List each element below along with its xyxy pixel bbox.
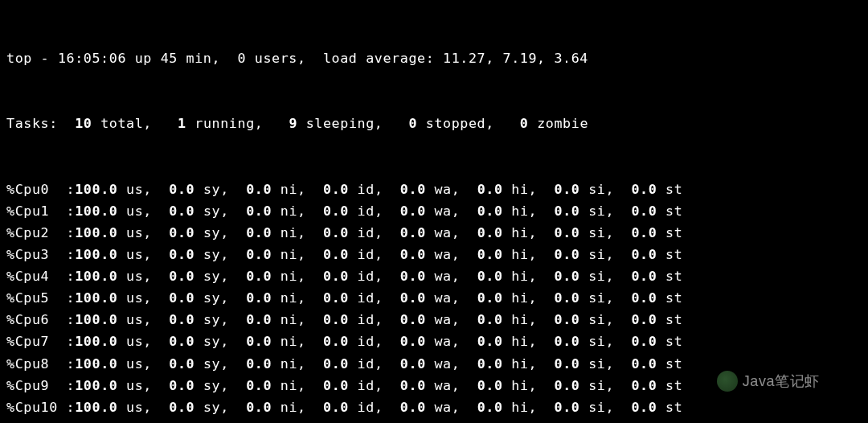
tasks-sleeping: 9 — [263, 115, 305, 131]
cpu-block: %Cpu0 :100.0 us, 0.0 sy, 0.0 ni, 0.0 id,… — [6, 179, 862, 423]
cpu-row-2: %Cpu2 :100.0 us, 0.0 sy, 0.0 ni, 0.0 id,… — [6, 222, 862, 244]
tasks-total: 10 — [58, 115, 100, 131]
cpu-row-1: %Cpu1 :100.0 us, 0.0 sy, 0.0 ni, 0.0 id,… — [6, 200, 862, 222]
cpu-row-3: %Cpu3 :100.0 us, 0.0 sy, 0.0 ni, 0.0 id,… — [6, 244, 862, 265]
cpu-row-8: %Cpu8 :100.0 us, 0.0 sy, 0.0 ni, 0.0 id,… — [6, 353, 862, 375]
tasks-zombie: 0 — [494, 115, 537, 131]
summary-line-2: Tasks: 10 total, 1 running, 9 sleeping, … — [6, 113, 862, 134]
summary-line-1: top - 16:05:06 up 45 min, 0 users, load … — [6, 47, 862, 69]
cpu-row-10: %Cpu10 :100.0 us, 0.0 sy, 0.0 ni, 0.0 id… — [6, 396, 862, 418]
tasks-stopped: 0 — [383, 115, 426, 131]
terminal-output: top - 16:05:06 up 45 min, 0 users, load … — [0, 0, 868, 423]
cpu-row-0: %Cpu0 :100.0 us, 0.0 sy, 0.0 ni, 0.0 id,… — [6, 179, 862, 200]
cpu-row-6: %Cpu6 :100.0 us, 0.0 sy, 0.0 ni, 0.0 id,… — [6, 309, 862, 331]
cpu-row-9: %Cpu9 :100.0 us, 0.0 sy, 0.0 ni, 0.0 id,… — [6, 375, 862, 396]
tasks-label: Tasks: — [6, 115, 58, 131]
cpu-row-11: %Cpu11 :100.0 us, 0.0 sy, 0.0 ni, 0.0 id… — [6, 418, 862, 423]
cpu-row-4: %Cpu4 :100.0 us, 0.0 sy, 0.0 ni, 0.0 id,… — [6, 265, 862, 287]
cpu-row-5: %Cpu5 :100.0 us, 0.0 sy, 0.0 ni, 0.0 id,… — [6, 287, 862, 309]
tasks-running: 1 — [152, 115, 194, 131]
cpu-row-7: %Cpu7 :100.0 us, 0.0 sy, 0.0 ni, 0.0 id,… — [6, 331, 862, 352]
